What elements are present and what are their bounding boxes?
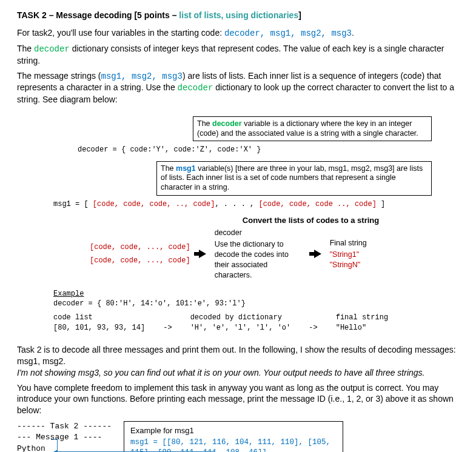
c1a: The <box>197 119 212 128</box>
output-left: ------ Task 2 ------ --- Message 1 ---- … <box>17 421 112 452</box>
convert-block: Convert the lists of codes to a string [… <box>53 215 459 281</box>
flow-row: [code, code, ..., code] [code, code, ...… <box>90 228 459 280</box>
p1-vars: decoder, msg1, msg2, msg3 <box>224 28 352 38</box>
flow-mid: decoder Use the dictionary to decode the… <box>215 228 306 280</box>
callout-msg: The msg1 variable(s) [there are three in… <box>156 161 432 196</box>
output-area: ------ Task 2 ------ --- Message 1 ---- … <box>17 421 459 452</box>
msg-pre: msg1 = [ <box>53 200 93 208</box>
c2b: variable(s) [there are three in your lab… <box>161 164 423 191</box>
example-block: Example decoder = { 80:'H', 14:'o', 101:… <box>53 289 459 333</box>
p2-decoder: decoder <box>34 44 70 54</box>
p2b: dictionary consists of integer keys that… <box>17 44 444 65</box>
diagram: The decoder variable is a dictionary whe… <box>53 116 459 333</box>
task-title: TASK 2 – Message decoding [5 points – li… <box>17 10 459 21</box>
dec-desc: Use the dictionary to decode the codes i… <box>215 239 306 281</box>
p4i: I'm not showing msg3, so you can find ou… <box>17 368 424 377</box>
arrow-icon-2 <box>314 250 321 258</box>
msg-list1: [code, code, code, .., code] <box>93 200 215 208</box>
head-decoder: decoder <box>215 228 306 238</box>
ex-col2: decoded by dictionary 'H', 'e', 'l', 'l'… <box>190 313 291 333</box>
ex-row: code list [80, 101, 93, 93, 14] -> decod… <box>53 313 459 333</box>
intro-p3: The message strings (msg1, msg2, msg3) a… <box>17 70 459 106</box>
strn: "StringN" <box>330 260 367 270</box>
title-post: ] <box>298 10 301 20</box>
right-title: Example for msg1 <box>130 425 337 436</box>
ex-header: Example <box>53 289 459 299</box>
str1: "String1" <box>330 250 367 260</box>
arrow-icon-1 <box>199 250 206 258</box>
msg-line: msg1 = [ [code, code, code, .., code], .… <box>53 199 459 209</box>
left-item-1: [code, code, ..., code] <box>90 242 190 252</box>
arrow-text-2: -> <box>309 323 317 333</box>
intro-p2: The decoder dictionary consists of integ… <box>17 43 459 67</box>
p3-decoder: decoder <box>178 83 213 93</box>
ex-v3: "Hello" <box>336 323 388 333</box>
p3-vars: msg1, msg2, msg3 <box>101 71 183 81</box>
left-item-2: [code, code, ..., code] <box>90 256 190 265</box>
flow-left: [code, code, ..., code] [code, code, ...… <box>90 242 190 265</box>
ex-v2: 'H', 'e', 'l', 'l', 'o' <box>190 323 291 333</box>
ex-col1: code list [80, 101, 93, 93, 14] <box>53 313 145 333</box>
output-right-box: Example for msg1 msg1 = [[80, 121, 116, … <box>124 421 343 452</box>
p1b: . <box>352 28 354 38</box>
p4: Task 2 is to decode all three messages a… <box>17 345 456 366</box>
ex-arrow2: -> <box>309 313 317 333</box>
ex-h1: code list <box>53 313 145 323</box>
ex-v1: [80, 101, 93, 93, 14] <box>53 323 145 333</box>
p3a: The message strings ( <box>17 71 101 81</box>
msg-end: ] <box>377 200 385 208</box>
title-pre: TASK 2 – Message decoding [5 points – <box>17 10 179 20</box>
ex-decoder: decoder = { 80:'H', 14:'o', 101:'e', 93:… <box>53 299 459 309</box>
callout-decoder: The decoder variable is a dictionary whe… <box>193 116 432 141</box>
p1a: For task2, you'll use four variables in … <box>17 28 224 38</box>
msg-mid: , . . . , <box>215 200 258 208</box>
c2-msg: msg1 <box>176 164 196 173</box>
intro-p1: For task2, you'll use four variables in … <box>17 27 459 39</box>
flow-right: Final string "String1" "StringN" <box>330 238 367 270</box>
decoder-line: decoder = { code:'Y', code:'Z', code:'X'… <box>78 145 459 155</box>
ex-col3: final string "Hello" <box>336 313 388 333</box>
task-desc: Task 2 is to decode all three messages a… <box>17 344 459 379</box>
arrow-text-1: -> <box>163 323 172 333</box>
ex-h2: decoded by dictionary <box>190 313 291 323</box>
p2a: The <box>17 44 34 53</box>
head-final: Final string <box>330 238 367 248</box>
c2a: The <box>161 164 176 173</box>
title-mid: list of lists, using dictionaries <box>179 10 298 20</box>
msg-list2: [code, code, code .., code] <box>258 200 376 208</box>
ex-arrow1: -> <box>163 313 172 333</box>
c1-dec: decoder <box>212 119 242 128</box>
freedom-note: You have complete freedom to implement t… <box>17 382 459 417</box>
right-code: msg1 = [[80, 121, 116, 104, 111, 110], [… <box>130 437 337 452</box>
ex-h3: final string <box>336 313 388 323</box>
convert-title: Convert the lists of codes to a string <box>163 215 459 226</box>
